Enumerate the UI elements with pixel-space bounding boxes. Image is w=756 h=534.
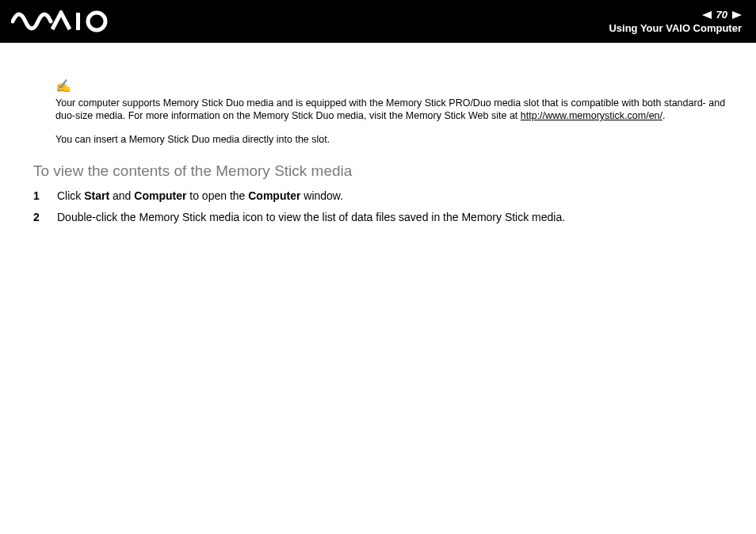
svg-marker-3	[732, 11, 742, 19]
step-2: 2 Double-click the Memory Stick media ic…	[33, 209, 732, 226]
content-heading: To view the contents of the Memory Stick…	[33, 162, 732, 180]
header-bar: 70 Using Your VAIO Computer	[0, 0, 756, 43]
note-link[interactable]: http://www.memorystick.com/en/	[521, 110, 662, 121]
step-text: Double-click the Memory Stick media icon…	[57, 209, 565, 226]
steps-list: 1 Click Start and Computer to open the C…	[33, 188, 732, 226]
pager: 70	[702, 9, 742, 21]
step-1: 1 Click Start and Computer to open the C…	[33, 188, 732, 204]
vaio-logo	[11, 0, 114, 43]
note-icon: ✍	[55, 78, 732, 95]
svg-rect-0	[76, 13, 80, 30]
vaio-logo-svg	[11, 10, 114, 32]
svg-point-1	[88, 13, 105, 30]
note-block: ✍ Your computer supports Memory Stick Du…	[55, 78, 732, 123]
step-number: 1	[33, 188, 43, 204]
insert-line: You can insert a Memory Stick Duo media …	[55, 134, 732, 145]
header-right: 70 Using Your VAIO Computer	[609, 9, 742, 34]
step-text: Click Start and Computer to open the Com…	[57, 188, 343, 204]
page-content: ✍ Your computer supports Memory Stick Du…	[0, 43, 756, 226]
prev-page-icon[interactable]	[702, 11, 712, 19]
note-text: Your computer supports Memory Stick Duo …	[55, 97, 732, 124]
section-title: Using Your VAIO Computer	[609, 22, 742, 34]
svg-marker-2	[702, 11, 712, 19]
note-text-after: .	[662, 110, 665, 121]
next-page-icon[interactable]	[732, 11, 742, 19]
step-number: 2	[33, 209, 43, 226]
page-number: 70	[716, 9, 727, 21]
